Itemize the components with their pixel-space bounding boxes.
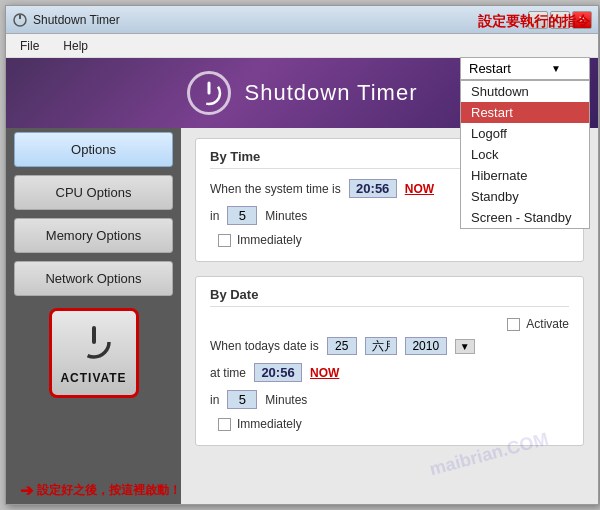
app-title-text: Shutdown Timer [245,80,418,106]
top-annotation: 設定要執行的指令 [478,13,590,31]
sidebar-item-options[interactable]: Options [14,132,173,167]
activate-button[interactable]: ACTIVATE [49,308,139,398]
power-icon [187,71,231,115]
by-date-activate-checkbox[interactable] [507,318,520,331]
at-time-row: at time NOW [210,363,569,382]
arrow-right-icon: ➔ [20,481,33,500]
sidebar-item-cpu[interactable]: CPU Options [14,175,173,210]
at-time-label: at time [210,366,246,380]
menu-bar: File Help Restart ▼ Shutdown Restart Log… [6,34,598,58]
by-date-title: By Date [210,287,569,307]
by-date-activate-label: Activate [526,317,569,331]
sidebar-item-memory[interactable]: Memory Options [14,218,173,253]
in-label-date: in [210,393,219,407]
dropdown-option-hibernate[interactable]: Hibernate [461,165,589,186]
in-label-time: in [210,209,219,223]
activate-label-text: ACTIVATE [60,371,126,385]
date-year-input[interactable] [405,337,447,355]
immediately-checkbox-date[interactable] [218,418,231,431]
sidebar: Options CPU Options Memory Options Netwo… [6,128,181,504]
date-row: When todays date is ▼ [210,337,569,355]
dropdown-menu: Shutdown Restart Logoff Lock Hibernate S… [460,80,590,229]
by-date-section: By Date Activate When todays date is ▼ a… [195,276,584,446]
dropdown-option-standby[interactable]: Standby [461,186,589,207]
when-system-time-label: When the system time is [210,182,341,196]
action-dropdown[interactable]: Restart ▼ [460,57,590,80]
by-time-now-link[interactable]: NOW [405,182,434,196]
window-title: Shutdown Timer [33,13,528,27]
immediately-label-date: Immediately [237,417,302,431]
date-month-input[interactable] [365,337,397,355]
minutes-input-date[interactable] [227,390,257,409]
dropdown-option-screen-standby[interactable]: Screen - Standby [461,207,589,228]
sidebar-item-network[interactable]: Network Options [14,261,173,296]
minutes-label-time: Minutes [265,209,307,223]
date-day-input[interactable] [327,337,357,355]
when-date-label: When todays date is [210,339,319,353]
immediately-label-time: Immediately [237,233,302,247]
system-time-input[interactable] [349,179,397,198]
in-minutes-row-date: in Minutes [210,390,569,409]
dropdown-option-lock[interactable]: Lock [461,144,589,165]
menu-help[interactable]: Help [57,37,94,55]
power-activate-icon [74,322,114,367]
menu-file[interactable]: File [14,37,45,55]
dropdown-selected-value: Restart [469,61,511,76]
bottom-annotation: ➔ 設定好之後，按這裡啟動！ [20,481,181,500]
dropdown-option-restart[interactable]: Restart [461,102,589,123]
immediately-row-date: Immediately [218,417,569,431]
app-icon [12,12,28,28]
chevron-down-icon: ▼ [551,63,561,74]
by-date-now-link[interactable]: NOW [310,366,339,380]
at-time-input[interactable] [254,363,302,382]
dropdown-option-shutdown[interactable]: Shutdown [461,81,589,102]
activate-area: ACTIVATE [49,308,139,398]
minutes-input-time[interactable] [227,206,257,225]
immediately-checkbox-time[interactable] [218,234,231,247]
by-date-activate-row: Activate [210,317,569,331]
calendar-button[interactable]: ▼ [455,339,475,354]
immediately-row-time: Immediately [218,233,569,247]
minutes-label-date: Minutes [265,393,307,407]
dropdown-option-logoff[interactable]: Logoff [461,123,589,144]
